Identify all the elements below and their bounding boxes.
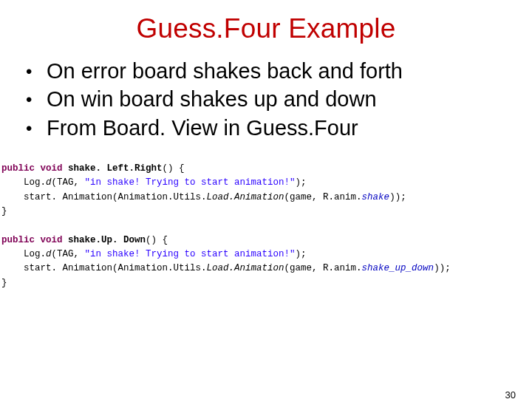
code-text: ));	[389, 192, 406, 202]
bullet-item: From Board. View in Guess.Four	[26, 115, 532, 141]
code-text: }	[1, 278, 7, 288]
keyword: public	[1, 163, 35, 174]
string-literal: "in shake! Trying to start animation!"	[85, 249, 296, 259]
code-block: public void shake. Left.Right() { Log.d(…	[1, 162, 531, 290]
method-call: d	[46, 177, 52, 188]
keyword: void	[41, 163, 63, 174]
method-call: Load.Animation	[207, 263, 284, 273]
code-text: (game, R.anim.	[284, 263, 362, 273]
field-ref: shake_up_down	[362, 263, 434, 273]
code-text: start. Animation(Animation.Utils.	[1, 192, 207, 202]
keyword: void	[41, 235, 63, 245]
method-call: Load.Animation	[207, 192, 284, 202]
code-text: }	[1, 206, 7, 216]
string-literal: "in shake! Trying to start animation!"	[85, 177, 296, 188]
code-text: (TAG,	[52, 249, 85, 259]
slide-title: Guess.Four Example	[0, 13, 532, 44]
method-name: shake. Left.Right	[68, 163, 163, 174]
method-call: d	[46, 249, 52, 259]
field-ref: shake	[362, 192, 390, 202]
code-text: () {	[163, 163, 185, 174]
bullet-item: On win board shakes up and down	[26, 86, 532, 112]
code-text: (game, R.anim.	[284, 192, 362, 202]
keyword: public	[1, 235, 35, 245]
code-text: () {	[146, 235, 168, 245]
code-text: );	[296, 249, 307, 259]
bullet-item: On error board shakes back and forth	[26, 58, 532, 84]
code-text: Log.	[1, 177, 46, 188]
code-text: start. Animation(Animation.Utils.	[1, 263, 207, 273]
method-name: shake.Up. Down	[68, 235, 146, 245]
code-text: );	[296, 177, 307, 188]
bullet-list: On error board shakes back and forth On …	[26, 58, 532, 141]
code-text: (TAG,	[52, 177, 85, 188]
code-text: ));	[434, 263, 451, 273]
page-number: 30	[505, 389, 516, 399]
code-text: Log.	[1, 249, 46, 259]
